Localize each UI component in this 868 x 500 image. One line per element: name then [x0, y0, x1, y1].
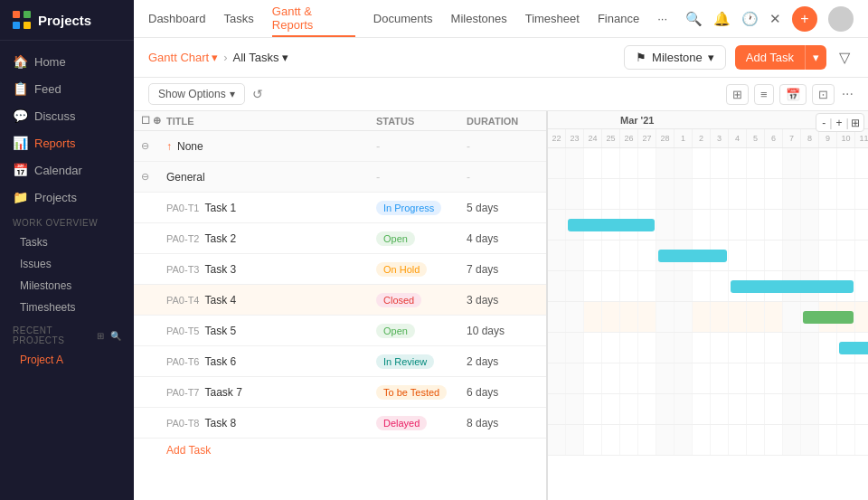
gantt-chart: Mar '21 22232425262728123456789101112131… [548, 111, 868, 500]
close-icon[interactable]: ✕ [769, 11, 781, 27]
gantt-day: 8 [801, 129, 819, 147]
gantt-cell [837, 148, 855, 178]
avatar[interactable] [828, 6, 854, 32]
filter-button[interactable]: ▽ [835, 45, 854, 70]
sidebar-item-issues[interactable]: Issues [0, 253, 134, 275]
view-icon-3[interactable]: ⊡ [812, 84, 835, 105]
gantt-cell [693, 210, 711, 240]
gantt-bar [568, 219, 655, 231]
gantt-chart-breadcrumb[interactable]: Gantt Chart ▾ [148, 51, 218, 64]
gantt-cell [584, 333, 602, 363]
row-duration-4: 10 days [467, 325, 539, 337]
nav-item-documents[interactable]: Documents [373, 8, 433, 29]
gantt-cell [675, 210, 693, 240]
gantt-cell [819, 148, 837, 178]
general-expand[interactable]: ⊖ [141, 171, 166, 183]
projects-icon: 📁 [13, 190, 27, 204]
row-title-text-0: Task 1 [204, 202, 236, 214]
row-title-0: PA0-T1 Task 1 [166, 202, 376, 214]
table-row: PA0-T1 Task 1 In Progress 5 days [134, 193, 546, 223]
table-row: PA0-T5 Task 5 Open 10 days [134, 316, 546, 346]
sidebar-item-reports[interactable]: 📊Reports [0, 129, 134, 156]
gantt-cell [729, 241, 747, 270]
gantt-cell [855, 394, 868, 424]
gantt-cell [819, 333, 837, 363]
gantt-cell [548, 148, 566, 178]
view-icon-0[interactable]: ⊞ [726, 84, 749, 105]
gantt-cell [783, 394, 801, 424]
gantt-row [548, 179, 868, 210]
none-expand[interactable]: ⊖ [141, 140, 166, 152]
show-options-button[interactable]: Show Options ▾ [148, 83, 245, 105]
bell-icon[interactable]: 🔔 [713, 11, 731, 27]
add-task-button[interactable]: Add Task ▾ [735, 45, 826, 70]
gantt-bar [803, 311, 854, 324]
table-row: PA0-T8 Task 8 Delayed 8 days [134, 408, 546, 439]
row-duration-7: 8 days [467, 417, 539, 429]
row-status-5: In Review [376, 354, 467, 369]
app-title: Projects [38, 13, 91, 28]
sidebar-item-calendar[interactable]: 📅Calendar [0, 156, 134, 184]
gantt-cell [729, 363, 747, 393]
gantt-cell [837, 241, 855, 270]
sidebar-item-tasks[interactable]: Tasks [0, 231, 134, 253]
add-button[interactable]: + [792, 6, 817, 32]
nav-item-more[interactable]: ··· [657, 8, 667, 29]
nav-item-dashboard[interactable]: Dashboard [148, 8, 206, 29]
up-arrow-icon: ↑ [166, 140, 172, 153]
milestone-button[interactable]: ⚑ Milestone ▾ [624, 45, 726, 70]
all-tasks-breadcrumb[interactable]: All Tasks ▾ [233, 51, 288, 64]
more-options-button[interactable]: ··· [842, 86, 854, 102]
gantt-cell [747, 425, 765, 455]
gantt-cell [783, 148, 801, 178]
search-icon[interactable]: 🔍 [685, 11, 703, 27]
view-icon-1[interactable]: ≡ [754, 84, 774, 105]
row-id-1: PA0-T2 [166, 233, 199, 244]
svg-rect-3 [24, 22, 31, 29]
nav-item-gantt[interactable]: Gantt & Reports [272, 1, 355, 37]
view-icon-2[interactable]: 📅 [779, 84, 807, 105]
sidebar-item-projects[interactable]: 📁Projects [0, 184, 134, 211]
row-duration-6: 6 days [467, 386, 539, 399]
gantt-cell [801, 333, 819, 363]
gantt-cell [747, 394, 765, 424]
gantt-cell [656, 302, 675, 332]
gantt-cell [638, 148, 656, 178]
gantt-cell [819, 363, 837, 393]
zoom-grid-icon[interactable]: ⊞ [851, 117, 860, 129]
gantt-bar [658, 250, 727, 262]
search-recent-icon[interactable]: 🔍 [110, 331, 122, 341]
none-status: - [376, 139, 467, 153]
sidebar-item-milestones[interactable]: Milestones [0, 275, 134, 297]
gantt-row [548, 394, 868, 425]
add-task-arrow[interactable]: ▾ [805, 45, 826, 70]
logo[interactable]: Projects [11, 9, 91, 31]
gantt-cell [747, 363, 765, 393]
sidebar-item-discuss[interactable]: 💬Discuss [0, 102, 134, 129]
refresh-button[interactable]: ↺ [252, 87, 263, 101]
gantt-cell [656, 148, 675, 178]
sidebar-item-timesheets[interactable]: Timesheets [0, 297, 134, 318]
home-icon: 🏠 [13, 54, 27, 69]
gantt-cell [638, 363, 656, 393]
nav-item-milestones[interactable]: Milestones [451, 8, 507, 29]
sidebar-item-feed[interactable]: 📋Feed [0, 75, 134, 102]
gantt-row [548, 425, 868, 456]
recent-project-item[interactable]: Project A [0, 349, 134, 371]
chevron-down-icon-4: ▾ [230, 88, 235, 100]
filter-recent-icon[interactable]: ⊞ [97, 331, 105, 341]
zoom-minus-button[interactable]: - [820, 117, 827, 129]
sub-toolbar: Show Options ▾ ↺ ⊞≡📅⊡ ··· [134, 78, 868, 111]
table-row: PA0-T6 Task 6 In Review 2 days [134, 346, 546, 377]
gantt-cell [783, 179, 801, 209]
zoom-plus-button[interactable]: + [835, 117, 844, 129]
gantt-cell [747, 302, 765, 332]
sidebar-item-home[interactable]: 🏠Home [0, 48, 134, 75]
gantt-cell [765, 148, 783, 178]
nav-item-timesheet[interactable]: Timesheet [525, 8, 580, 29]
nav-item-tasks[interactable]: Tasks [224, 8, 254, 29]
nav-item-finance[interactable]: Finance [598, 8, 639, 29]
clock-icon[interactable]: 🕐 [741, 11, 759, 27]
add-task-link[interactable]: Add Task [134, 439, 546, 462]
table-row: PA0-T3 Task 3 On Hold 7 days [134, 254, 546, 285]
